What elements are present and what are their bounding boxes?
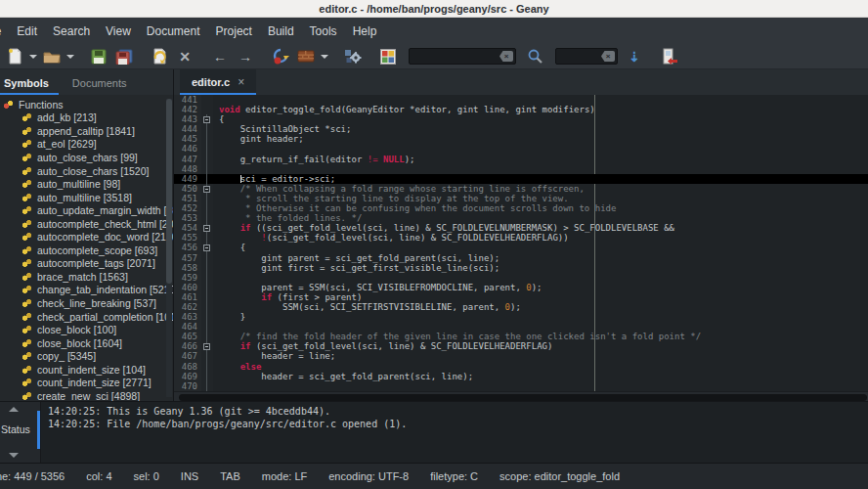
tree-item[interactable]: count_indent_size [104]	[0, 363, 173, 377]
search-button[interactable]	[522, 46, 547, 67]
code-line[interactable]: 470	[174, 381, 868, 391]
code-text[interactable]: if (first > parent)	[213, 292, 868, 302]
tree-item[interactable]: autocomplete_check_html [2088]	[0, 217, 173, 231]
code-text[interactable]: header = sci_get_fold_parent(sci, line);	[213, 372, 868, 381]
code-line[interactable]: 458 gint first = sci_get_first_visible_l…	[174, 263, 868, 273]
code-line[interactable]: 460 parent = SSM(sci, SCI_VISIBLEFROMDOC…	[174, 283, 868, 292]
status-message[interactable]: 14:20:25: This is Geany 1.36 (git >= 4bc…	[48, 405, 868, 418]
code-text[interactable]: }	[213, 312, 868, 322]
menu-document[interactable]: Document	[139, 21, 208, 42]
code-text[interactable]	[213, 144, 868, 154]
quit-button[interactable]	[657, 46, 682, 67]
code-text[interactable]: /* When collapsing a fold range whose st…	[213, 184, 868, 194]
code-text[interactable]: {	[213, 114, 868, 124]
code-line[interactable]: 454 if ((sci_get_fold_level(sci, line) &…	[174, 223, 868, 233]
code-text[interactable]: SSM(sci, SCI_SETFIRSTVISIBLELINE, parent…	[213, 302, 868, 312]
code-line[interactable]: 448	[174, 164, 868, 174]
code-text[interactable]	[213, 273, 868, 283]
navigate-forward-button[interactable]: →	[233, 46, 258, 67]
revert-button[interactable]	[147, 46, 172, 67]
tree-root-functions[interactable]: Functions	[0, 98, 173, 111]
code-text[interactable]: gint parent = sci_get_fold_parent(sci, l…	[213, 253, 868, 263]
tree-item[interactable]: check_partial_completion [1016]	[0, 310, 173, 324]
menu-build[interactable]: Build	[260, 21, 302, 42]
code-line[interactable]: 464	[174, 322, 868, 332]
sidebar-scrollbar-handle[interactable]	[166, 99, 172, 284]
tree-item[interactable]: append_calltip [1841]	[0, 124, 173, 138]
code-text[interactable]: parent = SSM(sci, SCI_VISIBLEFROMDOCLINE…	[213, 283, 868, 292]
tab-status[interactable]: Status	[1, 423, 30, 435]
menu-file[interactable]: File	[0, 21, 9, 42]
tree-item[interactable]: add_kb [213]	[0, 111, 173, 125]
code-text[interactable]: !(sci_get_fold_level(sci, line) & SC_FOL…	[213, 233, 868, 243]
jump-to-line-button[interactable]: ⇣	[622, 46, 647, 67]
code-line[interactable]: 466 if (sci_get_fold_level(sci, line) & …	[174, 341, 868, 351]
code-text[interactable]: if ((sci_get_fold_level(sci, line) & SC_…	[213, 223, 868, 233]
code-line[interactable]: 441	[174, 95, 868, 105]
code-text[interactable]: sci = editor->sci;	[213, 174, 868, 184]
horizontal-scrollbar-handle[interactable]	[179, 394, 867, 401]
tab-scroll-down-icon[interactable]	[9, 453, 19, 458]
tree-item[interactable]: create_new_sci [4898]	[0, 389, 173, 401]
tree-item[interactable]: auto_update_margin_width [989]	[0, 203, 173, 217]
tree-item[interactable]: check_line_breaking [537]	[0, 296, 173, 310]
tree-item[interactable]: auto_multiline [3518]	[0, 191, 173, 204]
code-line[interactable]: 445 gint header;	[174, 134, 868, 144]
tree-item[interactable]: close_block [1604]	[0, 336, 173, 350]
code-line[interactable]: 467 header = line;	[174, 351, 868, 361]
horizontal-scrollbar[interactable]	[174, 391, 868, 401]
open-file-button[interactable]	[39, 46, 65, 67]
menu-view[interactable]: View	[98, 21, 139, 42]
code-line[interactable]: 446	[174, 144, 868, 154]
code-line[interactable]: 461 if (first > parent)	[174, 292, 868, 302]
code-line[interactable]: 442void editor_toggle_fold(GeanyEditor *…	[174, 105, 868, 114]
tree-item[interactable]: at_eol [2629]	[0, 138, 173, 152]
new-file-dropdown-button[interactable]	[27, 46, 39, 67]
build-dropdown-button[interactable]	[319, 46, 330, 67]
code-text[interactable]: ScintillaObject *sci;	[213, 124, 868, 134]
fold-collapse-icon[interactable]	[203, 225, 210, 232]
code-line[interactable]: 449 sci = editor->sci;	[174, 174, 868, 184]
code-line[interactable]: 451 * scroll the starting line to displa…	[174, 194, 868, 203]
fold-collapse-icon[interactable]	[203, 343, 210, 350]
fold-collapse-icon[interactable]	[203, 116, 210, 123]
search-input[interactable]: ×	[409, 48, 516, 65]
tree-item[interactable]: autocomplete_tags [2071]	[0, 257, 173, 271]
code-text[interactable]	[213, 322, 868, 332]
status-message[interactable]: 14:20:25: File /home/ban/progs/geany/src…	[48, 418, 868, 430]
close-tab-icon[interactable]: ×	[238, 75, 244, 89]
navigate-back-button[interactable]: ←	[207, 46, 233, 67]
goto-line-input[interactable]: ×	[555, 48, 618, 65]
tree-item[interactable]: copy_ [5345]	[0, 349, 173, 363]
tab-scroll-up-icon[interactable]	[9, 407, 19, 412]
code-area[interactable]: 441442void editor_toggle_fold(GeanyEdito…	[174, 95, 868, 391]
code-line[interactable]: 452 * Otherwise it can be confusing when…	[174, 203, 868, 213]
save-button[interactable]	[86, 46, 111, 67]
fold-collapse-icon[interactable]	[203, 244, 210, 251]
code-text[interactable]: header = line;	[213, 351, 868, 361]
menu-tools[interactable]: Tools	[302, 21, 345, 42]
code-line[interactable]: 444 ScintillaObject *sci;	[174, 124, 868, 134]
tree-item[interactable]: autocomplete_doc_word [2180]	[0, 230, 173, 244]
tree-item[interactable]: brace_match [1563]	[0, 270, 173, 284]
tree-item[interactable]: auto_multiline [98]	[0, 177, 173, 191]
clear-search-icon[interactable]: ×	[499, 51, 513, 62]
menu-search[interactable]: Search	[45, 21, 98, 42]
code-line[interactable]: 453 * the folded lines. */	[174, 213, 868, 223]
code-line[interactable]: 456 {	[174, 243, 868, 252]
color-chooser-button[interactable]	[375, 46, 401, 67]
build-button[interactable]	[293, 46, 319, 67]
code-text[interactable]: {	[213, 243, 868, 252]
fold-collapse-icon[interactable]	[203, 186, 210, 193]
menu-project[interactable]: Project	[208, 21, 260, 42]
tab-editor-c[interactable]: editor.c ×	[180, 69, 256, 95]
code-line[interactable]: 455 !(sci_get_fold_level(sci, line) & SC…	[174, 233, 868, 243]
code-text[interactable]: * Otherwise it can be confusing when the…	[213, 203, 868, 213]
sidebar-tab-documents[interactable]: Documents	[61, 72, 139, 95]
menu-edit[interactable]: Edit	[9, 21, 45, 42]
tree-item[interactable]: change_tab_indentation [5210]	[0, 284, 173, 297]
code-line[interactable]: 447 g_return_if_fail(editor != NULL);	[174, 155, 868, 164]
code-line[interactable]: 468 else	[174, 362, 868, 372]
clear-goto-icon[interactable]: ×	[601, 51, 615, 62]
open-file-dropdown-button[interactable]	[65, 46, 76, 67]
